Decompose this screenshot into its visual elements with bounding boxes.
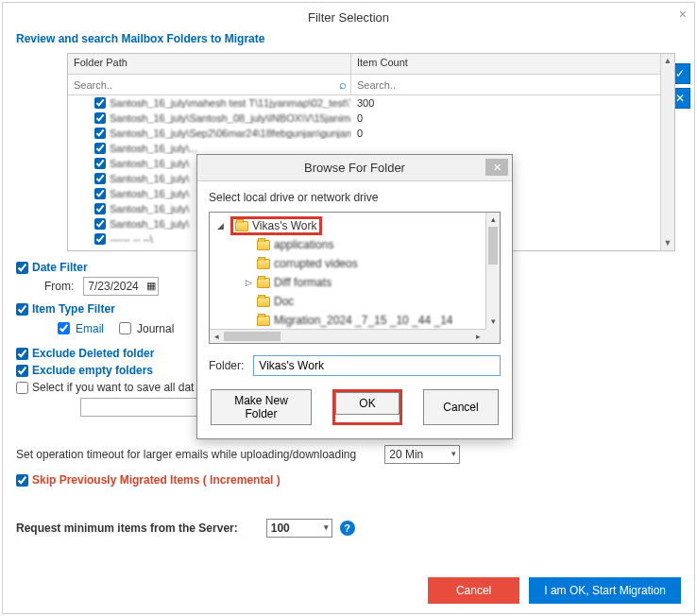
row-checkbox[interactable] xyxy=(94,173,106,184)
row-count: 300 xyxy=(351,97,374,109)
row-checkbox[interactable] xyxy=(94,97,106,109)
scroll-up-icon[interactable]: ▲ xyxy=(661,54,674,68)
collapse-icon[interactable]: ◢ xyxy=(215,221,225,231)
folder-icon xyxy=(257,278,270,288)
col-header-path[interactable]: Folder Path xyxy=(68,54,351,74)
row-path: Santosh_16_july\mahesh test T\11jyanmap\… xyxy=(110,97,351,109)
timeout-select[interactable]: 20 Min▾ xyxy=(384,445,460,464)
row-path: Santosh_16_july\Sep2\06mar24\18febgunjan… xyxy=(110,128,351,139)
tree-item-label: Doc xyxy=(274,295,294,308)
row-count: 0 xyxy=(351,128,363,139)
folder-icon xyxy=(235,221,248,231)
window-title-text: Filter Selection xyxy=(308,10,389,25)
search-count-input[interactable] xyxy=(355,78,663,92)
row-checkbox[interactable] xyxy=(94,158,106,169)
tree-item-label: Diff formats xyxy=(274,276,332,289)
row-path: Santosh_16_july\... xyxy=(110,143,198,154)
tree-item-label: corrupted videos xyxy=(274,257,358,270)
tree-vscroll[interactable]: ▴▾ xyxy=(485,213,500,329)
tree-item[interactable]: corrupted videos xyxy=(212,254,498,273)
start-migration-button[interactable]: I am OK, Start Migration xyxy=(529,577,681,604)
make-new-folder-button[interactable]: Make New Folder xyxy=(211,389,312,425)
table-row[interactable]: Santosh_16_july\mahesh test T\11jyanmap\… xyxy=(68,95,674,111)
folder-icon xyxy=(257,297,270,307)
table-row[interactable]: Santosh_16_july\Sep2\06mar24\18febgunjan… xyxy=(68,126,674,141)
row-checkbox[interactable] xyxy=(94,188,106,199)
row-checkbox[interactable] xyxy=(94,218,106,230)
browse-ok-button[interactable]: OK xyxy=(335,392,400,415)
tree-root-label: Vikas's Work xyxy=(252,219,317,232)
folder-icon xyxy=(257,240,270,250)
item-type-label: Item Type Filter xyxy=(32,302,115,316)
email-checkbox[interactable]: Email xyxy=(54,319,104,337)
save-path-input[interactable] xyxy=(80,398,212,417)
folder-name-input[interactable] xyxy=(253,355,501,376)
row-count: 0 xyxy=(351,112,363,124)
calendar-icon[interactable]: ▦ xyxy=(146,280,156,292)
row-checkbox[interactable] xyxy=(94,143,106,154)
window-title: Filter Selection × xyxy=(3,3,694,28)
tree-item[interactable]: Doc xyxy=(212,292,498,311)
browse-folder-dialog: Browse For Folder ✕ Select local drive o… xyxy=(196,154,513,439)
from-date-input[interactable]: 7/23/2024▦ xyxy=(83,277,158,296)
browse-close-button[interactable]: ✕ xyxy=(485,159,508,176)
expand-icon[interactable]: ▷ xyxy=(244,278,253,287)
row-path: Santosh_16_july\ xyxy=(110,158,189,169)
search-path-input[interactable] xyxy=(72,78,339,92)
tree-item[interactable]: Migration_2024 _7_15 _10 _44 _14 xyxy=(212,311,498,330)
tree-root[interactable]: ◢ Vikas's Work xyxy=(212,216,498,235)
page-subtitle: Review and search Mailbox Folders to Mig… xyxy=(3,28,694,53)
col-header-count[interactable]: Item Count xyxy=(351,54,674,74)
chevron-down-icon: ▾ xyxy=(324,522,329,532)
folder-icon xyxy=(257,259,270,269)
folder-icon xyxy=(257,316,270,326)
row-checkbox[interactable] xyxy=(94,233,106,245)
journal-checkbox[interactable]: Journal xyxy=(115,319,174,337)
browse-subtitle: Select local drive or network drive xyxy=(197,181,512,212)
help-icon[interactable]: ? xyxy=(340,521,355,536)
from-label: From: xyxy=(44,280,74,293)
row-path: Santosh_16_july\ xyxy=(110,173,189,184)
date-filter-label: Date Filter xyxy=(32,261,88,274)
tree-item[interactable]: applications xyxy=(212,235,498,254)
tree-item[interactable]: ▷Diff formats xyxy=(212,273,498,292)
skip-checkbox[interactable]: Skip Previously Migrated Items ( Increme… xyxy=(16,473,681,487)
row-path: Santosh_16_july\ xyxy=(110,188,189,199)
row-path: Santosh_16_july\ xyxy=(110,218,189,230)
request-select[interactable]: 100▾ xyxy=(266,519,332,538)
browse-title: Browse For Folder ✕ xyxy=(197,155,512,181)
row-checkbox[interactable] xyxy=(94,203,106,214)
table-row[interactable]: Santosh_16_july\Santosh_08_july\INBOX\V\… xyxy=(68,111,674,126)
row-path: Santosh_16_july\ xyxy=(110,203,189,214)
row-path: ------ -- --\ xyxy=(110,233,153,245)
browse-cancel-button[interactable]: Cancel xyxy=(423,389,499,425)
cancel-button[interactable]: Cancel xyxy=(428,577,519,604)
row-path: Santosh_16_july\Santosh_08_july\INBOX\V\… xyxy=(110,112,351,124)
row-checkbox[interactable] xyxy=(94,112,106,124)
chevron-down-icon: ▾ xyxy=(451,449,456,458)
request-label: Request minimum items from the Server: xyxy=(16,522,238,535)
tree-item-label: Migration_2024 _7_15 _10 _44 _14 xyxy=(274,314,453,327)
close-icon[interactable]: × xyxy=(679,7,687,22)
row-checkbox[interactable] xyxy=(94,128,106,139)
scroll-down-icon[interactable]: ▼ xyxy=(661,236,674,250)
tree-item-label: applications xyxy=(274,238,333,251)
folder-field-label: Folder: xyxy=(209,359,244,372)
grid-scrollbar[interactable]: ▲ ▼ xyxy=(660,54,674,250)
timeout-label: Set operation timeout for larger emails … xyxy=(16,448,356,461)
folder-tree[interactable]: ◢ Vikas's Work applicationscorrupted vid… xyxy=(209,212,501,344)
tree-hscroll[interactable]: ◂▸ xyxy=(210,329,485,343)
search-icon[interactable]: ⌕ xyxy=(339,77,347,92)
